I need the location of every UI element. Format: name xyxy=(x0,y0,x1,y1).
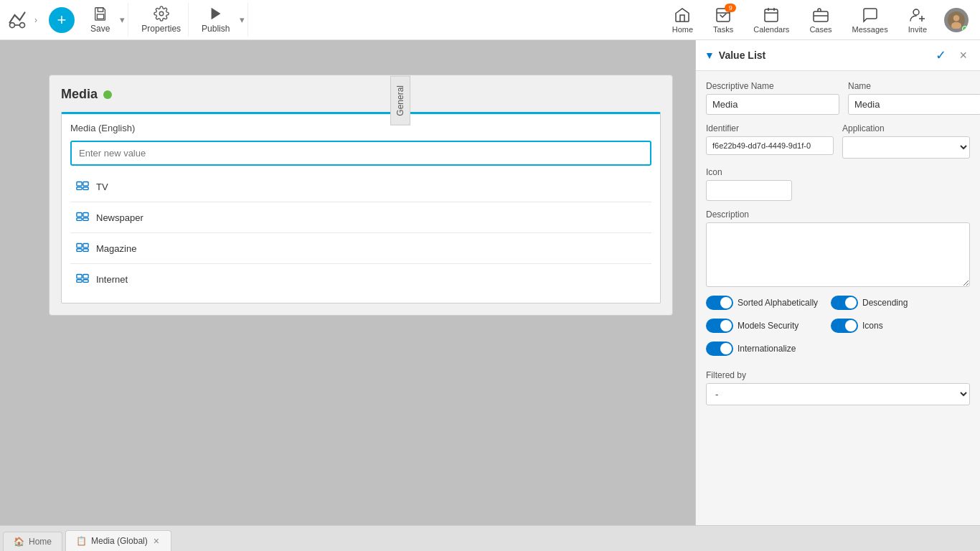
name-group: Name xyxy=(848,81,980,115)
new-value-input[interactable] xyxy=(70,141,651,166)
descending-slider xyxy=(831,296,858,310)
models-security-toggle[interactable] xyxy=(706,319,733,333)
panel-collapse-icon[interactable]: ▼ xyxy=(705,50,715,61)
canvas-area: Media Media (English) TV Newspaper Magaz… xyxy=(0,40,695,525)
svg-rect-26 xyxy=(83,213,88,217)
list-item[interactable]: TV xyxy=(70,171,651,202)
panel-title: Value List xyxy=(719,50,928,61)
svg-rect-24 xyxy=(83,187,88,190)
list-item[interactable]: Newspaper xyxy=(70,202,651,233)
identifier-label: Identifier xyxy=(706,123,834,133)
list-item-label: TV xyxy=(96,182,108,192)
toggle-row-1: Sorted Alphabetically Descending xyxy=(706,296,970,310)
application-select[interactable] xyxy=(842,136,970,159)
value-list-panel: ▼ Value List ✓ × Descriptive Name Name xyxy=(695,40,980,525)
svg-rect-32 xyxy=(83,249,88,252)
nav-tasks-label: Tasks xyxy=(713,25,733,34)
main-area: Media Media (English) TV Newspaper Magaz… xyxy=(0,40,980,525)
list-item-icon xyxy=(76,179,89,194)
media-inner-panel: Media (English) TV Newspaper Magazine In… xyxy=(61,112,661,303)
name-input[interactable] xyxy=(848,94,980,115)
svg-rect-28 xyxy=(83,218,88,221)
description-textarea[interactable] xyxy=(706,222,970,287)
tab-media-close-button[interactable]: × xyxy=(152,535,161,547)
nav-home-label: Home xyxy=(672,25,693,34)
nav-invite-label: Invite xyxy=(908,25,927,34)
nav-tasks[interactable]: 9 Tasks xyxy=(705,4,742,37)
svg-point-5 xyxy=(159,11,164,16)
panel-confirm-button[interactable]: ✓ xyxy=(931,46,951,65)
name-label: Name xyxy=(848,81,980,91)
panel-header: ▼ Value List ✓ × xyxy=(696,40,980,71)
descending-toggle[interactable] xyxy=(831,296,858,310)
tab-home[interactable]: 🏠 Home xyxy=(3,532,62,551)
save-label: Save xyxy=(90,24,110,34)
nav-invite[interactable]: Invite xyxy=(900,4,936,37)
media-card-title: Media xyxy=(61,87,98,102)
svg-point-15 xyxy=(913,9,919,15)
filtered-by-select[interactable]: - xyxy=(706,383,970,405)
breadcrumb-chevron: › xyxy=(34,15,37,25)
media-card: Media Media (English) TV Newspaper Magaz… xyxy=(49,75,673,316)
save-button[interactable]: Save xyxy=(83,3,117,37)
sorted-alphabetically-toggle[interactable] xyxy=(706,296,733,310)
svg-point-0 xyxy=(10,22,15,27)
icon-input[interactable] xyxy=(706,180,792,201)
app-logo xyxy=(6,9,29,32)
media-card-header: Media xyxy=(61,87,661,102)
nav-cases[interactable]: Cases xyxy=(801,4,840,37)
panel-body: Descriptive Name Name Identifier Applica… xyxy=(696,71,980,415)
toolbar-left: › + Save ▾ Properties xyxy=(6,3,664,37)
svg-rect-22 xyxy=(83,182,88,186)
svg-rect-25 xyxy=(77,213,82,217)
icons-toggle[interactable] xyxy=(831,319,858,333)
internationalize-toggle[interactable] xyxy=(706,342,733,356)
publish-button[interactable]: Publish xyxy=(194,3,237,37)
nav-messages[interactable]: Messages xyxy=(844,4,897,37)
tab-media-global[interactable]: 📋 Media (Global) × xyxy=(65,530,171,551)
properties-label: Properties xyxy=(141,24,181,34)
icon-group: Icon xyxy=(706,167,970,201)
list-item-label: Newspaper xyxy=(96,212,143,223)
svg-point-1 xyxy=(20,22,25,27)
application-group: Application xyxy=(842,123,970,159)
tab-home-icon: 🏠 xyxy=(14,537,24,547)
general-side-tab[interactable]: General xyxy=(390,76,410,126)
properties-button[interactable]: Properties xyxy=(134,3,188,37)
toolbar: › + Save ▾ Properties xyxy=(0,0,980,40)
sorted-alphabetically-slider xyxy=(706,296,733,310)
publish-dropdown[interactable]: ▾ xyxy=(237,11,248,28)
tab-home-label: Home xyxy=(29,537,52,547)
svg-rect-33 xyxy=(77,275,82,278)
panel-close-button[interactable]: × xyxy=(955,47,971,65)
descending-label: Descending xyxy=(862,298,908,308)
user-avatar xyxy=(944,8,969,32)
list-item-label: Magazine xyxy=(96,243,136,254)
svg-rect-34 xyxy=(83,275,88,278)
media-list: TV Newspaper Magazine Internet xyxy=(70,171,651,294)
tasks-badge: 9 xyxy=(725,4,736,12)
list-item-label: Internet xyxy=(96,274,128,285)
svg-rect-36 xyxy=(83,280,88,283)
nav-cases-label: Cases xyxy=(809,25,831,34)
application-label: Application xyxy=(842,123,970,133)
descriptive-name-input[interactable] xyxy=(706,94,839,115)
identifier-input[interactable] xyxy=(706,136,834,155)
list-item-icon xyxy=(76,240,89,256)
nav-calendars[interactable]: Calendars xyxy=(745,4,798,37)
description-label: Description xyxy=(706,209,970,220)
save-dropdown[interactable]: ▾ xyxy=(117,11,128,28)
identifier-group: Identifier xyxy=(706,123,834,159)
svg-rect-9 xyxy=(765,9,778,22)
list-item[interactable]: Internet xyxy=(70,264,651,294)
tab-media-label: Media (Global) xyxy=(91,536,148,546)
bottom-tabbar: 🏠 Home 📋 Media (Global) × xyxy=(0,525,980,551)
nav-home[interactable]: Home xyxy=(664,4,702,37)
svg-point-19 xyxy=(953,14,959,20)
icon-row: Icon xyxy=(706,167,970,201)
add-button[interactable]: + xyxy=(49,7,75,33)
list-item[interactable]: Magazine xyxy=(70,233,651,264)
svg-rect-31 xyxy=(77,249,82,252)
toolbar-right: Home 9 Tasks Calendars xyxy=(664,4,974,37)
nav-avatar-container[interactable] xyxy=(938,5,974,35)
